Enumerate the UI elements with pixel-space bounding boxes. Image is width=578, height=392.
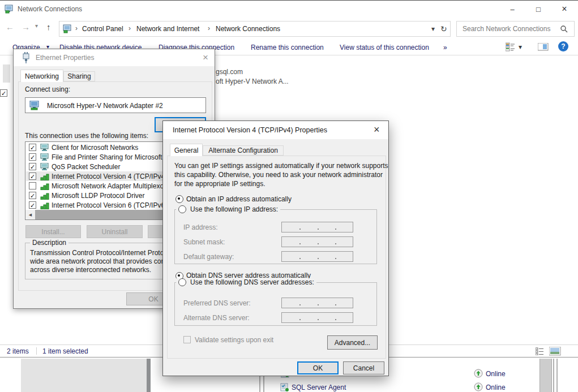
ethernet-dialog-close-icon[interactable]: × <box>203 52 208 63</box>
ethernet-dialog-title: Ethernet Properties <box>36 54 94 62</box>
help-icon[interactable]: ? <box>558 41 568 51</box>
address-box[interactable]: › Control Panel › Network and Internet ›… <box>59 21 451 37</box>
radio-use-following-dns-label[interactable]: Use the following DNS server addresses: <box>190 278 314 286</box>
thumbnail-view-icon[interactable] <box>549 347 561 356</box>
background-left-panel <box>21 359 147 392</box>
validate-settings-checkbox[interactable] <box>183 336 191 343</box>
scroll-left-icon[interactable]: ◀ <box>25 210 35 219</box>
radio-use-ip-row[interactable]: Use the following IP address: <box>176 205 280 213</box>
selected-item-fragment[interactable] <box>3 64 10 83</box>
ethernet-plug-icon <box>22 52 29 63</box>
list-item-label[interactable]: Internet Protocol Version 6 (TCP/IPv6) <box>52 201 167 209</box>
search-input[interactable]: Search Network Connections <box>463 25 550 33</box>
address-dropdown-icon[interactable]: ▾ <box>431 25 435 33</box>
checkbox-checked-icon[interactable]: ✓ <box>29 144 36 151</box>
network-connections-window: Network Connections – □ × ← → ▾ ↑ › Cont… <box>0 0 578 392</box>
change-view-dropdown-icon[interactable]: ▾ <box>519 43 522 51</box>
refresh-icon[interactable]: ↻ <box>440 24 447 33</box>
maximize-button[interactable]: □ <box>525 1 551 18</box>
list-item-label[interactable]: QoS Packet Scheduler <box>52 163 120 171</box>
breadcrumb-network-and-internet[interactable]: Network and Internet <box>136 25 199 33</box>
search-box[interactable]: Search Network Connections <box>456 21 575 37</box>
tab-networking[interactable]: Networking <box>20 70 63 82</box>
ip-address-label: IP address: <box>183 223 217 231</box>
change-view-icon[interactable] <box>506 42 515 51</box>
intro-line: You can get IP settings assigned automat… <box>174 162 388 170</box>
connection-device-fragment: oft Hyper-V Network A... <box>216 77 289 85</box>
radio-obtain-ip-auto[interactable] <box>175 195 183 203</box>
scrollbar-thumb[interactable] <box>35 210 171 219</box>
status-badge: Online <box>486 370 506 378</box>
protocol-icon <box>40 173 49 180</box>
toolbar-rename[interactable]: Rename this connection <box>251 44 324 51</box>
search-icon[interactable] <box>560 25 568 33</box>
subnet-mask-input[interactable] <box>281 236 353 247</box>
breadcrumb-control-panel[interactable]: Control Panel <box>82 25 123 33</box>
advanced-button[interactable]: Advanced... <box>327 335 378 350</box>
item-checkbox-checked-icon[interactable]: ✓ <box>0 89 7 97</box>
preview-pane-icon[interactable] <box>538 43 549 51</box>
install-button[interactable]: Install... <box>25 225 81 238</box>
preferred-dns-input[interactable] <box>281 298 353 308</box>
connection-items-label: This connection uses the following items… <box>25 132 148 140</box>
toolbar-overflow-icon[interactable]: » <box>443 44 447 51</box>
ipv4-ok-button[interactable]: OK <box>297 361 339 374</box>
breadcrumb-network-connections[interactable]: Network Connections <box>216 25 280 33</box>
window-edge-line <box>553 359 554 392</box>
ipv4-dialog-titlebar: Internet Protocol Version 4 (TCP/IPv4) P… <box>163 121 388 139</box>
default-gateway-input[interactable] <box>281 251 353 262</box>
ipv4-dialog-close-icon[interactable]: × <box>374 124 380 136</box>
use-dns-groupbox: Use the following DNS server addresses: … <box>174 282 377 326</box>
service-row[interactable]: SQL Server Agent Online <box>277 382 560 392</box>
toolbar-view-status[interactable]: View status of this connection <box>340 44 429 51</box>
list-item-label[interactable]: Client for Microsoft Networks <box>52 144 138 152</box>
client-service-icon <box>40 153 49 161</box>
checkbox-checked-icon[interactable]: ✓ <box>29 201 36 209</box>
protocol-icon <box>40 201 49 209</box>
ipv4-cancel-button[interactable]: Cancel <box>343 361 384 374</box>
tab-sharing[interactable]: Sharing <box>63 71 95 81</box>
ip-address-input[interactable] <box>281 222 353 232</box>
intro-line: this capability. Otherwise, you need to … <box>174 171 383 179</box>
online-status-icon <box>474 369 483 378</box>
checkbox-checked-icon[interactable]: ✓ <box>29 163 36 170</box>
radio-use-following-ip[interactable] <box>178 205 186 213</box>
close-button[interactable]: × <box>551 1 577 18</box>
window-title: Network Connections <box>18 5 82 13</box>
client-service-icon <box>40 163 49 171</box>
checkbox-checked-icon[interactable]: ✓ <box>29 153 36 161</box>
status-selected-count: 1 item selected <box>42 347 88 355</box>
status-separator <box>36 347 37 355</box>
back-icon[interactable]: ← <box>6 22 14 32</box>
details-view-icon[interactable] <box>536 347 544 355</box>
adapter-name: Microsoft Hyper-V Network Adapter #2 <box>47 102 163 110</box>
forward-icon[interactable]: → <box>22 22 30 32</box>
default-gateway-label: Default gateway: <box>183 253 234 261</box>
radio-use-dns-row[interactable]: Use the following DNS server addresses: <box>176 278 316 286</box>
online-status-icon <box>474 382 483 391</box>
ethernet-dialog-titlebar: Ethernet Properties × <box>14 49 215 66</box>
ipv4-properties-dialog: Internet Protocol Version 4 (TCP/IPv4) P… <box>162 120 389 376</box>
radio-use-following-dns[interactable] <box>178 278 186 286</box>
nav-dropdown-icon[interactable]: ▾ <box>35 23 38 29</box>
tab-general[interactable]: General <box>170 144 203 156</box>
background-right-scrollbar[interactable] <box>540 359 552 392</box>
address-bar: ← → ▾ ↑ › Control Panel › Network and In… <box>0 18 578 38</box>
list-item-label[interactable]: Internet Protocol Version 4 (TCP/IPv4) <box>52 173 167 180</box>
radio-obtain-ip-auto-label[interactable]: Obtain an IP address automatically <box>186 195 292 203</box>
location-icon <box>63 24 72 33</box>
checkbox-checked-icon[interactable]: ✓ <box>29 173 36 180</box>
checkbox-checked-icon[interactable]: ✓ <box>29 192 36 199</box>
service-name[interactable]: SQL Server Agent <box>292 384 346 391</box>
tab-alternate-configuration[interactable]: Alternate Configuration <box>203 145 284 156</box>
radio-use-following-ip-label[interactable]: Use the following IP address: <box>190 205 278 213</box>
list-item-label[interactable]: Microsoft LLDP Protocol Driver <box>52 192 145 200</box>
background-panel-scrollbar[interactable] <box>147 359 151 392</box>
status-badge: Online <box>486 384 506 391</box>
minimize-button[interactable]: – <box>499 1 525 18</box>
up-icon[interactable]: ↑ <box>46 22 51 32</box>
alternate-dns-input[interactable] <box>281 312 353 323</box>
uninstall-button[interactable]: Uninstall <box>87 225 143 238</box>
crumb-sep-icon: › <box>129 24 131 32</box>
checkbox-unchecked[interactable] <box>29 182 36 189</box>
